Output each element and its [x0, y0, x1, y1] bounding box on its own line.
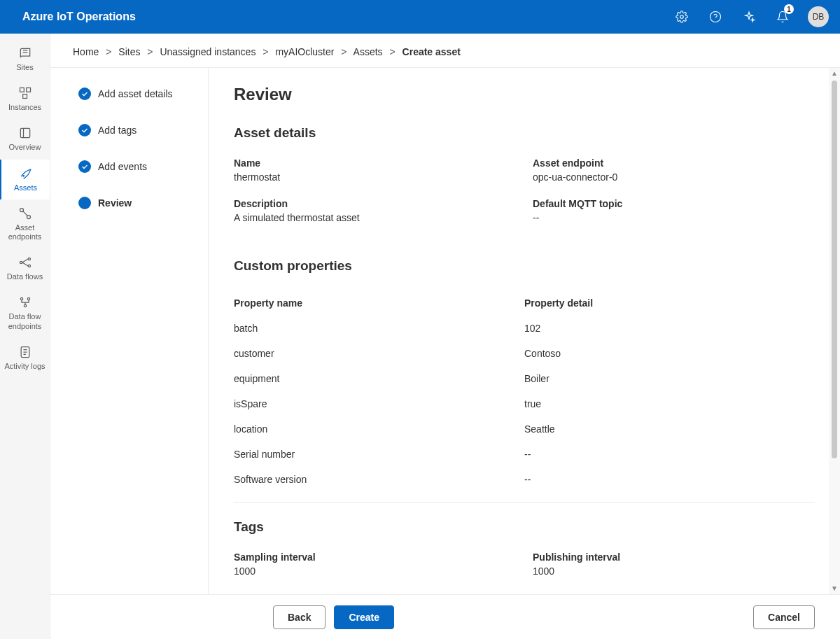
rail-item-activity-logs[interactable]: Activity logs	[0, 338, 50, 378]
rail-item-overview[interactable]: Overview	[0, 119, 50, 159]
rail-label: Instances	[8, 103, 41, 112]
help-button[interactable]	[701, 0, 729, 34]
current-step-icon	[78, 197, 91, 209]
data-flow-endpoints-icon	[18, 295, 32, 309]
field-description: Description A simulated thermostat asset	[234, 198, 516, 223]
table-row: locationSeattle	[234, 416, 815, 442]
settings-button[interactable]	[668, 0, 696, 34]
main-column: Home > Sites > Unassigned instances > my…	[50, 34, 840, 639]
instances-icon	[18, 86, 32, 100]
asset-endpoints-icon	[18, 206, 32, 220]
field-mqtt: Default MQTT topic --	[533, 198, 815, 223]
rail-item-instances[interactable]: Instances	[0, 79, 50, 119]
property-name-cell: customer	[234, 341, 524, 366]
property-name-cell: batch	[234, 316, 524, 341]
rail-item-assets[interactable]: Assets	[0, 160, 50, 199]
property-name-cell: isSpare	[234, 391, 524, 416]
back-button[interactable]: Back	[273, 605, 326, 629]
step-add-events[interactable]: Add events	[78, 160, 197, 173]
table-row: equipmentBoiler	[234, 366, 815, 391]
section-divider	[234, 502, 815, 503]
section-title-custom-properties: Custom properties	[234, 258, 815, 274]
table-row: isSparetrue	[234, 391, 815, 416]
breadcrumb-separator: >	[147, 46, 153, 57]
field-value: 1000	[533, 566, 815, 577]
scroll-up-arrow[interactable]: ▲	[831, 68, 838, 79]
scroll-thumb[interactable]	[832, 80, 837, 458]
cancel-button[interactable]: Cancel	[753, 605, 815, 629]
svg-point-1	[710, 12, 721, 22]
left-rail: Sites Instances Overview Assets Asset en…	[0, 34, 50, 639]
step-add-asset-details[interactable]: Add asset details	[78, 87, 197, 100]
property-detail-cell: Seattle	[524, 416, 815, 442]
notification-badge: 1	[784, 4, 794, 14]
body-area: Sites Instances Overview Assets Asset en…	[0, 34, 840, 639]
topbar: Azure IoT Operations 1 DB	[0, 0, 840, 34]
breadcrumb-separator: >	[341, 46, 346, 57]
field-value: A simulated thermostat asset	[234, 212, 516, 223]
step-add-tags[interactable]: Add tags	[78, 124, 197, 136]
step-label: Add tags	[98, 125, 136, 136]
step-label: Add asset details	[98, 88, 173, 99]
field-name: Name thermostat	[234, 157, 516, 183]
svg-rect-4	[26, 88, 30, 92]
sites-icon	[18, 46, 32, 60]
property-name-cell: equipment	[234, 366, 524, 391]
field-value: opc-ua-connector-0	[533, 171, 815, 183]
copilot-button[interactable]	[735, 0, 763, 34]
scrollbar[interactable]: ▲ ▼	[829, 68, 840, 594]
check-icon	[78, 87, 91, 100]
rail-label: Sites	[16, 63, 33, 72]
review-panel: Review Asset details Name thermostat Ass…	[209, 68, 840, 594]
step-review[interactable]: Review	[78, 197, 197, 209]
property-detail-cell: Contoso	[524, 341, 815, 366]
rail-item-asset-endpoints[interactable]: Asset endpoints	[0, 199, 50, 248]
rail-item-data-flow-endpoints[interactable]: Data flow endpoints	[0, 288, 50, 337]
table-header-row: Property name Property detail	[234, 290, 815, 316]
svg-point-7	[22, 175, 24, 176]
rail-label: Asset endpoints	[3, 223, 47, 241]
notifications-button[interactable]: 1	[769, 0, 797, 34]
activity-logs-icon	[18, 345, 32, 359]
step-label: Add events	[98, 161, 147, 172]
property-name-cell: Software version	[234, 467, 524, 492]
breadcrumb-assets[interactable]: Assets	[354, 46, 383, 57]
scroll-down-arrow[interactable]: ▼	[831, 583, 838, 594]
user-avatar[interactable]: DB	[808, 6, 829, 27]
assets-icon	[19, 167, 33, 181]
breadcrumb-unassigned[interactable]: Unassigned instances	[160, 46, 255, 57]
rail-label: Data flows	[7, 272, 43, 281]
property-detail-cell: 102	[524, 316, 815, 341]
field-label: Publishing interval	[533, 552, 815, 563]
field-value: 1000	[234, 566, 516, 577]
svg-point-14	[27, 298, 29, 300]
table-row: Serial number--	[234, 442, 815, 467]
svg-point-10	[20, 261, 22, 263]
gear-icon	[676, 10, 688, 23]
field-value: thermostat	[234, 171, 516, 183]
asset-details-grid: Name thermostat Asset endpoint opc-ua-co…	[234, 157, 815, 239]
rail-item-sites[interactable]: Sites	[0, 39, 50, 79]
rail-label: Assets	[14, 183, 37, 192]
tags-grid: Sampling interval 1000 Publishing interv…	[234, 552, 815, 592]
help-icon	[709, 10, 722, 23]
breadcrumb-separator: >	[262, 46, 268, 57]
property-detail-cell: --	[524, 467, 815, 492]
data-flows-icon	[18, 255, 32, 269]
breadcrumb-cluster[interactable]: myAIOcluster	[275, 46, 334, 57]
rail-label: Activity logs	[4, 362, 45, 371]
svg-rect-3	[20, 88, 24, 92]
rail-item-data-flows[interactable]: Data flows	[0, 248, 50, 288]
field-label: Default MQTT topic	[533, 198, 815, 209]
breadcrumb: Home > Sites > Unassigned instances > my…	[50, 34, 840, 68]
property-detail-cell: Boiler	[524, 366, 815, 391]
table-row: Software version--	[234, 467, 815, 492]
table-row: customerContoso	[234, 341, 815, 366]
breadcrumb-current: Create asset	[402, 46, 461, 57]
create-button[interactable]: Create	[334, 605, 394, 629]
page-title: Review	[234, 85, 815, 104]
check-icon	[78, 160, 91, 173]
breadcrumb-sites[interactable]: Sites	[118, 46, 140, 57]
field-label: Name	[234, 157, 516, 169]
breadcrumb-home[interactable]: Home	[73, 46, 99, 57]
